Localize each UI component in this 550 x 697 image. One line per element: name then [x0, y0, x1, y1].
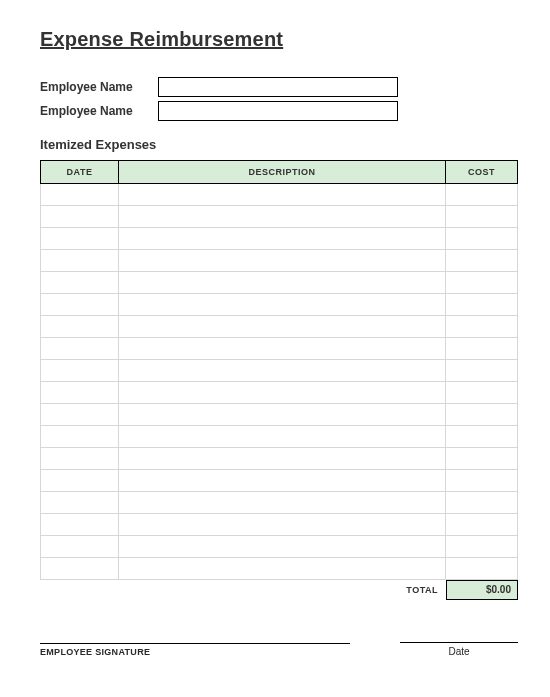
- cell-cost[interactable]: [446, 558, 518, 580]
- cell-cost[interactable]: [446, 492, 518, 514]
- date-label: Date: [400, 642, 518, 657]
- signature-area: EMPLOYEE SIGNATURE Date: [40, 642, 518, 657]
- cell-cost[interactable]: [446, 536, 518, 558]
- meta-row-2: Employee Name: [40, 101, 518, 121]
- table-row: [41, 536, 518, 558]
- cell-date[interactable]: [41, 272, 119, 294]
- cell-date[interactable]: [41, 184, 119, 206]
- cell-cost[interactable]: [446, 206, 518, 228]
- table-row: [41, 514, 518, 536]
- cell-date[interactable]: [41, 228, 119, 250]
- employee-name-label-2: Employee Name: [40, 104, 158, 118]
- cell-cost[interactable]: [446, 338, 518, 360]
- table-row: [41, 448, 518, 470]
- cell-description[interactable]: [119, 316, 446, 338]
- col-header-cost: COST: [446, 161, 518, 184]
- cell-date[interactable]: [41, 492, 119, 514]
- table-row: [41, 228, 518, 250]
- cell-cost[interactable]: [446, 514, 518, 536]
- total-value: $0.00: [446, 580, 518, 600]
- employee-name-input-1[interactable]: [158, 77, 398, 97]
- cell-description[interactable]: [119, 426, 446, 448]
- cell-description[interactable]: [119, 382, 446, 404]
- cell-description[interactable]: [119, 206, 446, 228]
- cell-date[interactable]: [41, 206, 119, 228]
- cell-description[interactable]: [119, 404, 446, 426]
- cell-cost[interactable]: [446, 228, 518, 250]
- cell-description[interactable]: [119, 558, 446, 580]
- cell-description[interactable]: [119, 360, 446, 382]
- meta-row-1: Employee Name: [40, 77, 518, 97]
- cell-date[interactable]: [41, 316, 119, 338]
- cell-cost[interactable]: [446, 448, 518, 470]
- cell-cost[interactable]: [446, 184, 518, 206]
- cell-cost[interactable]: [446, 294, 518, 316]
- table-row: [41, 316, 518, 338]
- cell-date[interactable]: [41, 536, 119, 558]
- employee-name-input-2[interactable]: [158, 101, 398, 121]
- expenses-table: DATE DESCRIPTION COST: [40, 160, 518, 580]
- table-row: [41, 492, 518, 514]
- cell-description[interactable]: [119, 536, 446, 558]
- cell-date[interactable]: [41, 382, 119, 404]
- table-row: [41, 558, 518, 580]
- table-row: [41, 404, 518, 426]
- cell-description[interactable]: [119, 470, 446, 492]
- table-row: [41, 338, 518, 360]
- cell-date[interactable]: [41, 294, 119, 316]
- table-row: [41, 470, 518, 492]
- cell-cost[interactable]: [446, 360, 518, 382]
- table-row: [41, 382, 518, 404]
- cell-date[interactable]: [41, 448, 119, 470]
- col-header-date: DATE: [41, 161, 119, 184]
- cell-description[interactable]: [119, 448, 446, 470]
- cell-description[interactable]: [119, 250, 446, 272]
- cell-date[interactable]: [41, 404, 119, 426]
- employee-name-label-1: Employee Name: [40, 80, 158, 94]
- table-row: [41, 206, 518, 228]
- total-label: TOTAL: [406, 585, 438, 595]
- cell-date[interactable]: [41, 360, 119, 382]
- table-row: [41, 250, 518, 272]
- cell-description[interactable]: [119, 228, 446, 250]
- cell-cost[interactable]: [446, 404, 518, 426]
- cell-description[interactable]: [119, 338, 446, 360]
- cell-date[interactable]: [41, 250, 119, 272]
- table-row: [41, 426, 518, 448]
- cell-date[interactable]: [41, 514, 119, 536]
- cell-cost[interactable]: [446, 272, 518, 294]
- cell-date[interactable]: [41, 558, 119, 580]
- cell-cost[interactable]: [446, 316, 518, 338]
- table-row: [41, 272, 518, 294]
- col-header-description: DESCRIPTION: [119, 161, 446, 184]
- table-row: [41, 294, 518, 316]
- page-title: Expense Reimbursement: [40, 28, 518, 51]
- cell-cost[interactable]: [446, 426, 518, 448]
- cell-description[interactable]: [119, 272, 446, 294]
- total-row: TOTAL $0.00: [40, 580, 518, 600]
- cell-description[interactable]: [119, 294, 446, 316]
- cell-cost[interactable]: [446, 382, 518, 404]
- cell-cost[interactable]: [446, 250, 518, 272]
- cell-date[interactable]: [41, 470, 119, 492]
- table-row: [41, 184, 518, 206]
- cell-date[interactable]: [41, 338, 119, 360]
- cell-description[interactable]: [119, 492, 446, 514]
- itemized-expenses-label: Itemized Expenses: [40, 137, 518, 152]
- cell-description[interactable]: [119, 184, 446, 206]
- table-row: [41, 360, 518, 382]
- cell-cost[interactable]: [446, 470, 518, 492]
- cell-date[interactable]: [41, 426, 119, 448]
- employee-signature-label: EMPLOYEE SIGNATURE: [40, 643, 350, 657]
- cell-description[interactable]: [119, 514, 446, 536]
